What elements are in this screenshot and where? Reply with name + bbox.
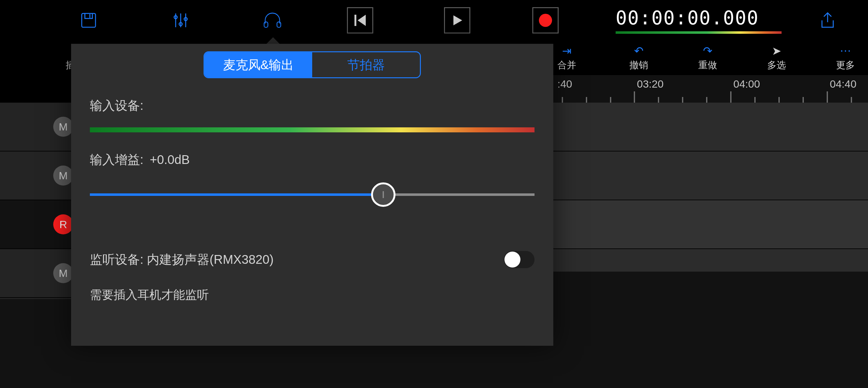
save-icon[interactable] [79, 11, 98, 30]
mixer-icon[interactable] [171, 11, 190, 30]
monitor-toggle[interactable] [504, 251, 534, 268]
merge-icon: ⇥ [562, 44, 571, 57]
track-badge[interactable]: R [53, 214, 73, 234]
popover-arrow [266, 37, 280, 44]
svg-rect-8 [264, 22, 268, 27]
play-button[interactable] [444, 7, 470, 33]
toggle-knob [504, 252, 520, 267]
tab-mic-output[interactable]: 麦克风&输出 [205, 52, 312, 77]
sub-undo[interactable]: ↶ 撤销 [604, 44, 673, 72]
headphones-icon[interactable] [263, 11, 282, 30]
timecode: 00:00:00.000 [616, 7, 782, 29]
input-gain-slider[interactable] [90, 185, 534, 204]
audio-settings-popover: 麦克风&输出 节拍器 输入设备: 输入增益: +0.0dB 监听设备: 内建扬声… [71, 44, 553, 346]
level-meter-top [616, 31, 782, 34]
ruler-label: :40 [557, 78, 572, 90]
redo-icon: ↷ [703, 44, 712, 57]
sub-more-label: 更多 [836, 59, 855, 72]
svg-rect-10 [354, 15, 356, 26]
more-icon: ⋯ [840, 44, 851, 57]
slider-knob[interactable] [371, 183, 396, 207]
segmented-control: 麦克风&输出 节拍器 [204, 51, 421, 78]
sub-multiselect[interactable]: ➤ 多选 [742, 44, 811, 72]
sub-multiselect-label: 多选 [767, 59, 786, 72]
svg-rect-0 [82, 13, 95, 27]
input-level-meter [90, 127, 534, 132]
tab-metronome[interactable]: 节拍器 [312, 52, 420, 77]
monitor-hint: 需要插入耳机才能监听 [90, 287, 534, 303]
share-icon[interactable] [818, 11, 837, 30]
undo-icon: ↶ [634, 44, 644, 57]
svg-marker-12 [454, 15, 462, 25]
ruler-label: 03:20 [637, 78, 663, 90]
top-toolbar: 00:00:00.000 [0, 0, 868, 41]
sub-redo-label: 重做 [698, 59, 717, 72]
track-badge[interactable]: M [53, 117, 73, 137]
cursor-icon: ➤ [772, 44, 781, 57]
svg-marker-11 [358, 15, 366, 26]
track-badge[interactable]: M [53, 263, 73, 283]
svg-rect-9 [277, 22, 281, 27]
sub-undo-label: 撤销 [629, 59, 648, 72]
input-gain-label: 输入增益: [90, 151, 144, 168]
input-device-label: 输入设备: [90, 97, 144, 114]
sub-merge-label: 合并 [557, 59, 576, 72]
record-icon [539, 14, 552, 27]
sub-redo[interactable]: ↷ 重做 [673, 44, 742, 72]
monitor-device-label: 监听设备: 内建扬声器(RMX3820) [90, 251, 274, 268]
ruler-label: 04:00 [733, 78, 760, 90]
record-button[interactable] [532, 7, 559, 33]
track-badge[interactable]: M [53, 165, 73, 186]
ruler-label: 04:40 [830, 78, 857, 90]
input-gain-value: +0.0dB [150, 153, 190, 167]
sub-more[interactable]: ⋯ 更多 [811, 44, 868, 72]
rewind-button[interactable] [347, 7, 373, 33]
